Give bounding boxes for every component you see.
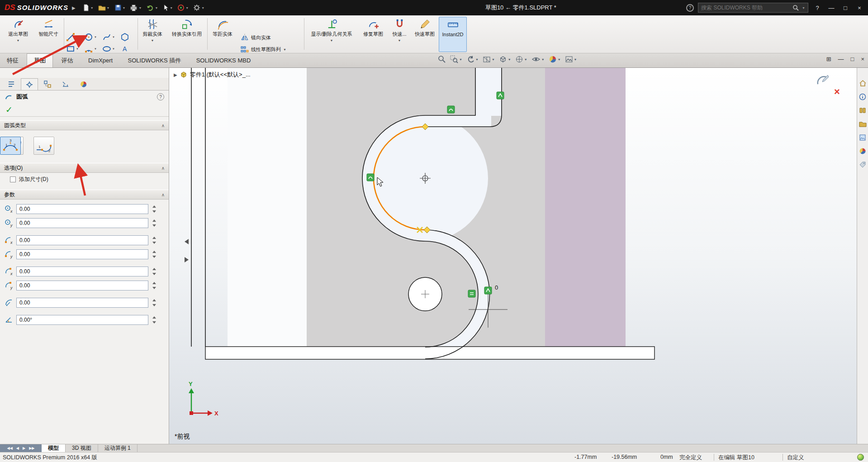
smart-dimension-button[interactable]: 智能尺寸 (35, 17, 62, 52)
tab-features[interactable]: 特征 (0, 54, 25, 68)
custom-properties-icon[interactable] (859, 161, 866, 168)
tab-scroll-last-button[interactable]: ▶▶ (29, 446, 34, 450)
center-x-spinner[interactable] (151, 204, 157, 214)
zoom-to-area-button[interactable]: ▼ (450, 55, 462, 63)
menu-expand-icon[interactable]: ▶ (72, 5, 76, 10)
feature-manager-tab[interactable] (3, 78, 20, 90)
sketch-base-strip[interactable] (205, 347, 655, 359)
relation-icon[interactable] (468, 290, 475, 297)
start-y-input[interactable]: 0.00 (16, 249, 148, 259)
tab-addins[interactable]: SOLIDWORKS 插件 (121, 54, 188, 68)
section-view-button[interactable]: ▼ (483, 55, 495, 63)
rapid-sketch-button[interactable]: 快速草图 (413, 17, 436, 52)
view-palette-icon[interactable] (859, 134, 866, 141)
radius-spinner[interactable] (151, 298, 157, 308)
display-delete-relations-button[interactable]: 显示/删除几何关系 ▼ (306, 17, 357, 52)
edit-appearance-button[interactable]: ▼ (549, 55, 561, 63)
exit-sketch-flyout-caret-icon[interactable]: ▼ (17, 38, 20, 43)
instant2d-button[interactable]: Instant2D (439, 17, 467, 52)
split-view-icon[interactable]: ⊞ (826, 56, 831, 62)
start-x-spinner[interactable] (151, 235, 157, 245)
center-x-input[interactable]: 0.00 (16, 204, 148, 214)
display-style-button[interactable]: ▼ (515, 55, 527, 63)
cancel-sketch-button[interactable]: × (834, 86, 840, 98)
zoom-to-fit-button[interactable] (438, 55, 446, 63)
polygon-button[interactable] (120, 32, 138, 43)
tab-scroll-next-button[interactable]: ▶ (23, 446, 25, 450)
angle-spinner[interactable] (151, 315, 157, 325)
end-y-input[interactable]: 0.00 (16, 281, 148, 291)
ellipse-button[interactable]: ▼ (102, 43, 119, 54)
apply-scene-button[interactable]: ▼ (565, 55, 577, 63)
arc-type-3point-button[interactable]: 123 (0, 137, 21, 155)
property-manager-tab[interactable] (21, 78, 38, 90)
text-button[interactable]: A (120, 43, 138, 54)
options-button[interactable]: ▼ (193, 4, 204, 11)
minimize-button[interactable]: — (826, 5, 836, 11)
end-x-spinner[interactable] (151, 267, 157, 276)
collapse-chevron-icon[interactable]: ∧ (161, 123, 165, 128)
new-document-button[interactable]: ▼ (82, 4, 94, 11)
radius-input[interactable]: 0.00 (16, 298, 148, 308)
customize-button[interactable]: 自定义 (787, 454, 804, 462)
3d-views-tab[interactable]: 3D 视图 (66, 444, 98, 452)
start-x-input[interactable]: 0.00 (16, 235, 148, 245)
angle-input[interactable]: 0.00° (16, 315, 148, 325)
part-name[interactable]: 零件1 (默认<<默认>_... (190, 71, 251, 79)
model-tab[interactable]: 模型 (42, 444, 66, 452)
tab-sketch[interactable]: 草图 (27, 53, 53, 67)
relation-icon[interactable] (367, 174, 374, 181)
arc-type-header[interactable]: 圆弧类型 ∧ (0, 120, 169, 130)
quick-snaps-button[interactable]: 快速... ▼ (388, 17, 411, 52)
tab-mbd[interactable]: SOLIDWORKS MBD (190, 53, 258, 67)
relation-icon[interactable] (497, 92, 504, 99)
pm-help-icon[interactable]: ? (157, 93, 164, 100)
center-y-input[interactable]: 0.00 (16, 218, 148, 228)
spline-button[interactable]: ▼ (102, 32, 119, 43)
tab-evaluate[interactable]: 评估 (55, 54, 80, 68)
offset-entities-button[interactable]: 等距实体 (209, 17, 236, 52)
arc-button[interactable]: ▼ (84, 43, 101, 54)
motion-study-tab[interactable]: 运动算例 1 (98, 444, 138, 452)
end-x-input[interactable]: 0.00 (16, 267, 148, 276)
maximize-button[interactable]: □ (840, 5, 850, 11)
graphics-viewport[interactable]: 0 Y X ▶ 零件1 (默认<<默认>_... × *前视 (169, 68, 857, 444)
options-header[interactable]: 选项(O) ∧ (0, 163, 169, 173)
doc-restore-button[interactable]: □ (851, 56, 854, 62)
configuration-manager-tab[interactable] (39, 78, 56, 90)
tab-scroll-first-button[interactable]: ◀◀ (7, 446, 13, 450)
start-y-spinner[interactable] (151, 249, 157, 259)
convert-entities-button[interactable]: 转换实体引用 (167, 17, 206, 52)
arc-type-tangent-button[interactable]: 12 (33, 137, 54, 155)
circle-button[interactable]: ▼ (84, 32, 101, 43)
rectangle-button[interactable]: ▼ (66, 43, 83, 54)
help-circle-icon[interactable]: ? (686, 4, 694, 12)
end-y-spinner[interactable] (151, 281, 157, 291)
select-button[interactable]: ▼ (162, 4, 173, 11)
add-dimension-checkbox[interactable] (10, 176, 16, 182)
appearances-icon[interactable] (859, 148, 866, 155)
repair-sketch-button[interactable]: 修复草图 (361, 17, 385, 52)
relation-icon[interactable] (484, 287, 492, 294)
design-library-icon[interactable] (859, 107, 866, 114)
open-button[interactable]: ▼ (98, 4, 110, 11)
doc-minimize-button[interactable]: — (838, 56, 844, 62)
line-button[interactable]: ▼ (66, 32, 83, 43)
previous-view-button[interactable]: ▼ (466, 55, 479, 63)
search-scope-caret-icon[interactable]: ▼ (802, 6, 805, 10)
solidworks-resources-icon[interactable] (859, 93, 866, 100)
display-manager-tab[interactable] (75, 78, 92, 90)
face-purple-band[interactable] (545, 68, 626, 347)
confirm-sketch-icon[interactable] (816, 74, 830, 87)
relation-icon[interactable] (447, 106, 455, 113)
mirror-entities-button[interactable]: 镜向实体 (241, 32, 304, 43)
help-button[interactable]: ? (812, 5, 822, 11)
collapse-chevron-icon[interactable]: ∧ (161, 192, 165, 197)
tree-expand-icon[interactable]: ▶ (174, 72, 177, 77)
center-y-spinner[interactable] (151, 218, 157, 228)
dimxpert-manager-tab[interactable] (57, 78, 74, 90)
file-explorer-icon[interactable] (859, 120, 867, 128)
trim-entities-button[interactable]: 剪裁实体 ▼ (139, 17, 166, 52)
hide-show-items-button[interactable]: ▼ (531, 55, 545, 63)
undo-button[interactable]: ▼ (146, 4, 158, 11)
